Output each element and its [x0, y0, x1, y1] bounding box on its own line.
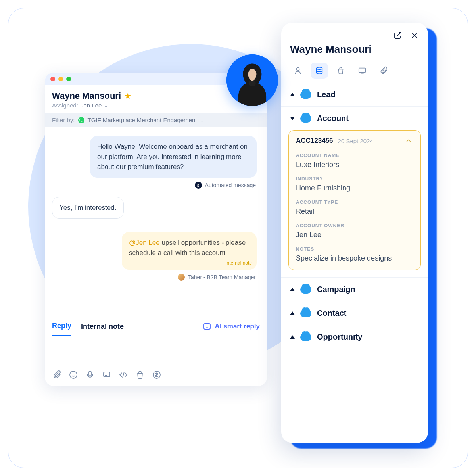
chat-panel: Wayne Mansouri ★ Assigned: Jen Lee ⌄ F — [45, 73, 267, 386]
code-icon[interactable] — [119, 370, 128, 380]
salesforce-icon — [300, 115, 311, 123]
salesforce-icon — [300, 286, 311, 294]
internal-note-message: @Jen Lee upsell opportunities - please s… — [122, 232, 257, 270]
svg-point-3 — [70, 371, 77, 378]
svg-rect-5 — [104, 372, 110, 377]
assigned-dropdown[interactable]: Assigned: Jen Lee ⌄ — [52, 102, 131, 109]
tab-database[interactable] — [311, 63, 328, 79]
chevron-up-icon[interactable] — [404, 136, 413, 146]
conversation-title: Wayne Mansouri — [52, 91, 121, 101]
side-tabs — [281, 56, 428, 83]
side-panel: Wayne Mansouri Lead Account ACC123456 20… — [281, 23, 428, 443]
attachment-icon[interactable] — [52, 370, 61, 380]
field-value: Jen Lee — [296, 231, 413, 239]
field-value: Retail — [296, 207, 413, 216]
svg-point-8 — [317, 67, 322, 70]
collapse-icon — [290, 93, 295, 96]
sender-avatar — [178, 274, 185, 281]
message-outbound: Yes, I'm interested. — [52, 197, 124, 219]
whatsapp-icon — [78, 117, 84, 123]
svg-point-7 — [296, 68, 299, 71]
compose-input[interactable] — [45, 336, 267, 370]
open-external-icon[interactable] — [393, 31, 403, 40]
message-sender: Taher - B2B Team Manager — [178, 274, 256, 281]
svg-rect-2 — [204, 324, 210, 329]
template-icon[interactable] — [102, 370, 111, 380]
field-label: NOTES — [296, 246, 413, 252]
salesforce-icon — [300, 309, 311, 317]
tab-person[interactable] — [289, 63, 307, 79]
field-value: Home Furnishing — [296, 184, 413, 192]
section-campaign[interactable]: Campaign — [281, 278, 428, 301]
internal-note-label: Internal note — [225, 259, 252, 267]
tab-reply[interactable]: Reply — [52, 322, 71, 336]
automated-message-tag: s Automated message — [195, 182, 256, 189]
assigned-value: Jen Lee — [81, 102, 102, 109]
account-card: ACC123456 20 Sept 2024 ACCOUNT NAMELuxe … — [288, 130, 421, 270]
salesforce-icon — [300, 91, 311, 99]
account-id: ACC123456 — [296, 137, 333, 145]
chevron-down-icon: ⌄ — [104, 103, 108, 108]
field-label: ACCOUNT OWNER — [296, 223, 413, 228]
tab-shopping[interactable] — [332, 63, 349, 79]
section-lead[interactable]: Lead — [281, 83, 428, 107]
section-opportunity[interactable]: Opportunity — [281, 325, 428, 349]
section-account[interactable]: Account — [281, 107, 428, 130]
field-value: Specialize in bespoke designs — [296, 254, 413, 263]
window-minimize-dot[interactable] — [58, 77, 63, 81]
collapse-icon — [290, 288, 295, 291]
field-label: ACCOUNT NAME — [296, 153, 413, 158]
messages-list: Hello Wayne! Welcome onboard as a mercha… — [45, 127, 267, 316]
compose-area: Reply Internal note AI smart reply — [45, 316, 267, 386]
payment-icon[interactable] — [152, 370, 161, 380]
message-inbound: Hello Wayne! Welcome onboard as a mercha… — [90, 136, 257, 178]
field-label: ACCOUNT TYPE — [296, 200, 413, 205]
star-icon[interactable]: ★ — [124, 91, 131, 101]
salesforce-icon — [300, 333, 311, 341]
collapse-icon — [290, 335, 295, 339]
collapse-icon — [290, 311, 295, 315]
window-close-dot[interactable] — [50, 77, 55, 81]
ai-smart-reply-button[interactable]: AI smart reply — [202, 322, 260, 336]
field-value: Luxe Interiors — [296, 161, 413, 169]
emoji-icon[interactable] — [69, 370, 78, 380]
tab-screen[interactable] — [353, 63, 371, 79]
tab-internal-note[interactable]: Internal note — [81, 322, 124, 336]
assigned-label: Assigned: — [52, 102, 78, 109]
filter-bar[interactable]: Filter by: TGIF Marketplace Merchant Eng… — [45, 113, 267, 127]
tab-attachment[interactable] — [375, 63, 392, 79]
window-maximize-dot[interactable] — [66, 77, 71, 81]
section-contact[interactable]: Contact — [281, 301, 428, 325]
side-panel-title: Wayne Mansouri — [290, 43, 419, 56]
svg-rect-4 — [89, 371, 91, 376]
field-label: INDUSTRY — [296, 176, 413, 182]
mention[interactable]: @Jen Lee — [129, 239, 160, 246]
filter-label: Filter by: — [52, 117, 75, 123]
close-icon[interactable] — [410, 31, 419, 40]
svg-rect-9 — [359, 68, 366, 73]
microphone-icon[interactable] — [85, 370, 95, 380]
system-badge: s — [195, 182, 202, 189]
expand-icon — [290, 117, 295, 120]
account-date: 20 Sept 2024 — [338, 138, 373, 144]
filter-value: TGIF Marketplace Merchant Engagement — [88, 117, 197, 123]
compose-toolbar — [45, 370, 267, 386]
shopping-icon[interactable] — [135, 370, 145, 380]
ai-icon — [202, 322, 212, 331]
chevron-down-icon: ⌄ — [200, 117, 204, 123]
contact-avatar — [226, 54, 278, 106]
